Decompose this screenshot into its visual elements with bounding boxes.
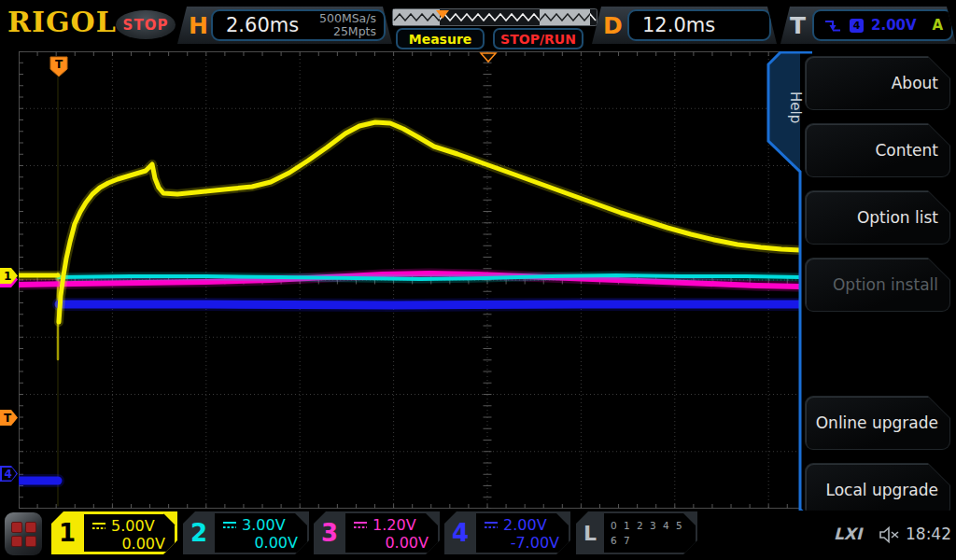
ch4-marker-label: 4 <box>5 468 12 481</box>
delay-panel: D 12.0ms <box>592 7 777 44</box>
menu-button-local-upgrade[interactable]: Local upgrade <box>805 463 950 517</box>
delay-value: 12.0ms <box>642 14 715 36</box>
ch1-marker-label: 1 <box>4 270 11 283</box>
run-state-badge: STOP <box>116 10 176 39</box>
channel2-status[interactable]: 2 3.00V 0.00V <box>183 511 309 554</box>
logic-channels-status[interactable]: L 0 1 2 3 4 5 6 7 8 9 1011 12131415 <box>576 511 697 554</box>
delay-position-triangle-icon[interactable] <box>481 53 496 62</box>
clock: 18:42 <box>906 525 951 543</box>
menu-grid-button[interactable] <box>5 512 42 555</box>
top-status-bar: RIGOL STOP H 2.60ms 500MSa/s 25Mpts Meas… <box>0 0 956 51</box>
channel1-values: 5.00V 0.00V <box>83 513 176 553</box>
channel3-status[interactable]: 3 1.20V 0.00V <box>314 511 440 554</box>
logic-channel-list: 0 1 2 3 4 5 6 7 8 9 1011 12131415 <box>604 513 696 553</box>
menu-button-about[interactable]: About <box>805 56 950 110</box>
memory-position-bar[interactable] <box>392 8 598 26</box>
menu-button-label: Online upgrade <box>816 413 938 432</box>
logic-label: L <box>576 511 604 554</box>
stop-run-button[interactable]: STOP/RUN <box>493 28 583 49</box>
menu-button-label: About <box>892 74 938 92</box>
rigol-logo: RIGOL <box>7 6 117 38</box>
channel4-scale: 2.00V <box>503 516 547 534</box>
channel4-status[interactable]: 4 2.00V -7.00V <box>444 511 570 554</box>
speaker-muted-icon[interactable] <box>879 525 901 544</box>
dc-coupling-icon <box>222 521 237 529</box>
trigger-panel: T 4 2.00V A <box>780 7 956 44</box>
falling-edge-icon <box>823 16 842 35</box>
channel4-offset: -7.00V <box>484 534 559 553</box>
menu-button-online-upgrade[interactable]: Online upgrade <box>805 396 950 450</box>
trigger-mode: A <box>932 17 943 34</box>
menu-button-option-list[interactable]: Option list <box>805 190 950 245</box>
trigger-position-flag[interactable]: T <box>50 57 67 77</box>
delay-box[interactable]: 12.0ms <box>627 9 771 41</box>
horizontal-panel: H 2.60ms 500MSa/s 25Mpts <box>177 7 392 44</box>
menu-button-option-install: Option install <box>805 258 950 312</box>
grid-dot <box>25 522 36 533</box>
channel3-values: 1.20V 0.00V <box>345 513 438 553</box>
trigger-marker-label: T <box>4 412 11 425</box>
dc-coupling-icon <box>484 521 499 529</box>
channel1-offset: 0.00V <box>91 535 165 553</box>
help-menu-panel: About Content Option list Option install… <box>801 51 956 523</box>
menu-button-label: Option install <box>833 275 938 294</box>
channel3-offset: 0.00V <box>353 534 429 553</box>
lxi-indicator: LXI <box>834 525 862 543</box>
channel2-values: 3.00V 0.00V <box>215 513 307 553</box>
trigger-source-badge: 4 <box>850 19 864 33</box>
logic-row1: 0 1 2 3 4 5 6 7 <box>611 518 696 549</box>
timebase-value: 2.60ms <box>226 14 299 36</box>
channel4-number: 4 <box>444 511 476 554</box>
sample-rate: 500MSa/s <box>319 12 376 25</box>
dc-coupling-icon <box>353 521 368 529</box>
delay-label: D <box>603 12 623 39</box>
bottom-status-bar: 1 5.00V 0.00V 2 <box>0 511 956 560</box>
oscilloscope-screen: T 1 T 4 Help About Content Option list <box>0 0 956 560</box>
menu-button-label: Option list <box>857 208 938 227</box>
channel1-status[interactable]: 1 5.00V 0.00V <box>51 511 177 554</box>
stop-run-label: STOP/RUN <box>500 32 576 47</box>
timebase-box[interactable]: 2.60ms 500MSa/s 25Mpts <box>211 9 386 41</box>
trigger-label: T <box>790 12 806 39</box>
logic-row2: 8 9 1011 12131415 <box>611 549 696 560</box>
channel2-scale: 3.00V <box>242 516 286 534</box>
channel1-number: 1 <box>51 511 83 554</box>
measure-label: Measure <box>409 32 472 47</box>
trigger-box[interactable]: 4 2.00V A <box>812 9 953 41</box>
channel4-values: 2.00V -7.00V <box>476 513 569 553</box>
trigger-level-marker[interactable]: T <box>0 410 18 426</box>
menu-button-label: Local upgrade <box>826 481 938 499</box>
menu-button-label: Content <box>875 141 938 160</box>
grid-dot <box>25 536 36 547</box>
channel2-offset: 0.00V <box>222 534 298 553</box>
channel1-scale: 5.00V <box>111 517 155 535</box>
menu-button-content[interactable]: Content <box>805 123 950 177</box>
acquisition-info: 500MSa/s 25Mpts <box>319 12 376 39</box>
horizontal-label: H <box>189 12 208 39</box>
trigger-flag-label: T <box>55 58 63 71</box>
memory-depth: 25Mpts <box>319 25 376 38</box>
grid-dot <box>11 522 22 533</box>
trigger-level-value: 2.00V <box>871 17 917 34</box>
dc-coupling-icon <box>91 522 106 530</box>
measure-button[interactable]: Measure <box>396 28 485 49</box>
channel3-number: 3 <box>314 511 345 554</box>
channel2-number: 2 <box>183 511 215 554</box>
grid-dot <box>11 536 22 547</box>
channel3-scale: 1.20V <box>373 516 416 534</box>
ch4-offset-marker[interactable]: 4 <box>0 466 18 482</box>
waveform-traces <box>19 77 800 506</box>
